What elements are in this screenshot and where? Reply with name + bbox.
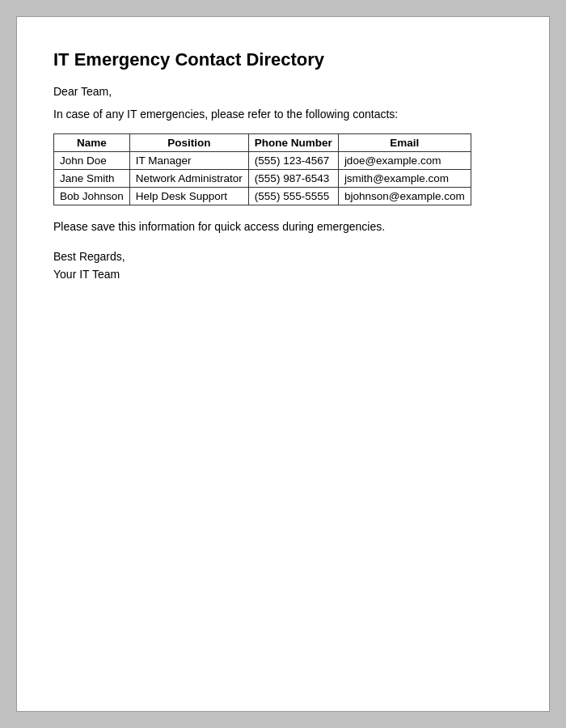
table-row: Jane SmithNetwork Administrator(555) 987…	[54, 170, 471, 188]
cell-email: jdoe@example.com	[338, 152, 471, 170]
cell-position: Help Desk Support	[129, 188, 248, 205]
col-header-name: Name	[54, 134, 130, 152]
col-header-email: Email	[338, 134, 471, 152]
signoff-line2: Your IT Team	[53, 265, 513, 283]
cell-phone: (555) 123-4567	[248, 152, 338, 170]
col-header-position: Position	[129, 134, 248, 152]
cell-position: Network Administrator	[129, 170, 248, 188]
note-text: Please save this information for quick a…	[53, 220, 513, 233]
table-row: Bob JohnsonHelp Desk Support(555) 555-55…	[54, 188, 471, 205]
contact-table: Name Position Phone Number Email John Do…	[53, 133, 471, 205]
cell-phone: (555) 555-5555	[248, 188, 338, 205]
col-header-phone: Phone Number	[248, 134, 338, 152]
greeting-text: Dear Team,	[53, 85, 513, 98]
intro-text: In case of any IT emergencies, please re…	[53, 108, 513, 121]
cell-position: IT Manager	[129, 152, 248, 170]
cell-phone: (555) 987-6543	[248, 170, 338, 188]
table-header-row: Name Position Phone Number Email	[54, 134, 471, 152]
cell-email: bjohnson@example.com	[338, 188, 471, 205]
page-container: IT Emergency Contact Directory Dear Team…	[16, 16, 550, 712]
cell-name: Bob Johnson	[54, 188, 130, 205]
table-row: John DoeIT Manager(555) 123-4567jdoe@exa…	[54, 152, 471, 170]
signoff-line1: Best Regards,	[53, 248, 513, 265]
cell-email: jsmith@example.com	[338, 170, 471, 188]
sign-off: Best Regards, Your IT Team	[53, 248, 513, 284]
cell-name: Jane Smith	[54, 170, 130, 188]
page-title: IT Emergency Contact Directory	[53, 49, 513, 70]
cell-name: John Doe	[54, 152, 130, 170]
